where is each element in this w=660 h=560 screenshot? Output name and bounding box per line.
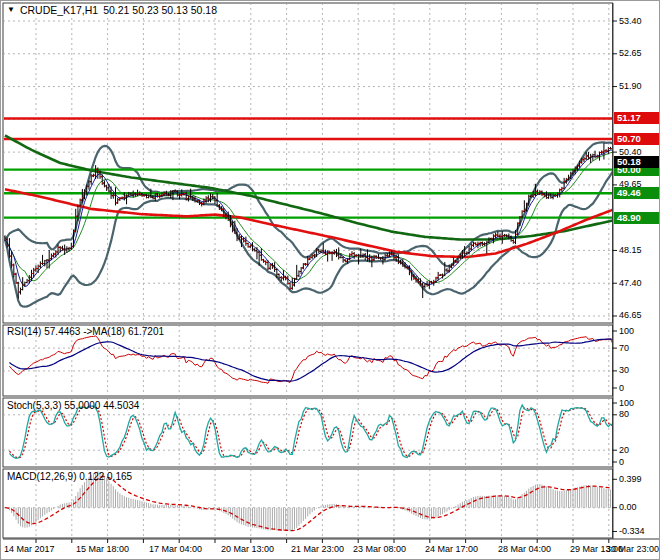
time-label: 28 Mar 04:00 — [498, 544, 551, 554]
price-tick-label: 47.40 — [619, 278, 642, 288]
price-tick-label: 48.15 — [619, 245, 642, 255]
price-tick-label: 46.65 — [619, 310, 642, 320]
stoch-indicator-label: Stoch(5,3,3) 55.0000 44.5034 — [7, 400, 139, 411]
time-label: 14 Mar 2017 — [4, 544, 55, 554]
trading-chart-window: ▼ CRUDE_K17,H1 50.21 50.23 50.13 50.18 R… — [0, 0, 660, 560]
price-badge-51.17: 51.17 — [614, 112, 659, 124]
macd-indicator-label: MACD(12,26,9) 0.122 0.165 — [7, 471, 132, 482]
time-label: 24 Mar 17:00 — [425, 544, 478, 554]
price-badge-49.46: 49.46 — [614, 187, 659, 199]
price-badge-50.18: 50.18 — [614, 156, 659, 168]
stoch-tick-label: 80 — [619, 409, 629, 419]
time-label: 21 Mar 23:00 — [291, 544, 344, 554]
stoch-tick-label: 0 — [619, 457, 624, 467]
price-badge-50.70: 50.70 — [614, 133, 659, 145]
time-label: 20 Mar 13:00 — [221, 544, 274, 554]
time-label: 23 Mar 08:00 — [353, 544, 406, 554]
rsi-tick-label: 30 — [619, 365, 629, 375]
time-label: 30 Mar 23:00 — [599, 544, 659, 554]
time-label: 15 Mar 18:00 — [76, 544, 129, 554]
rsi-indicator-label: RSI(14) 57.4463 ->MA(18) 61.7201 — [7, 326, 164, 337]
main-chart-panel[interactable] — [3, 3, 613, 323]
price-tick-label: 52.65 — [619, 48, 642, 58]
macd-tick-label: -0.334 — [619, 526, 645, 536]
macd-tick-label: 0.399 — [619, 474, 642, 484]
symbol-dropdown-icon[interactable]: ▼ — [7, 5, 15, 15]
rsi-tick-label: 100 — [619, 326, 634, 336]
price-badge-48.90: 48.90 — [614, 212, 659, 224]
price-tick-label: 51.90 — [619, 81, 642, 91]
rsi-tick-label: 70 — [619, 343, 629, 353]
stoch-tick-label: 100 — [619, 398, 634, 408]
macd-tick-label: 0.00 — [619, 502, 637, 512]
stoch-tick-label: 20 — [619, 445, 629, 455]
rsi-tick-label: 0 — [619, 383, 624, 393]
price-tick-label: 53.40 — [619, 16, 642, 26]
quote-ohlc-label: 50.21 50.23 50.13 50.18 — [103, 4, 217, 16]
symbol-period-label: CRUDE_K17,H1 — [20, 4, 98, 16]
time-label: 17 Mar 04:00 — [149, 544, 202, 554]
chart-title: ▼ CRUDE_K17,H1 50.21 50.23 50.13 50.18 — [7, 4, 220, 17]
